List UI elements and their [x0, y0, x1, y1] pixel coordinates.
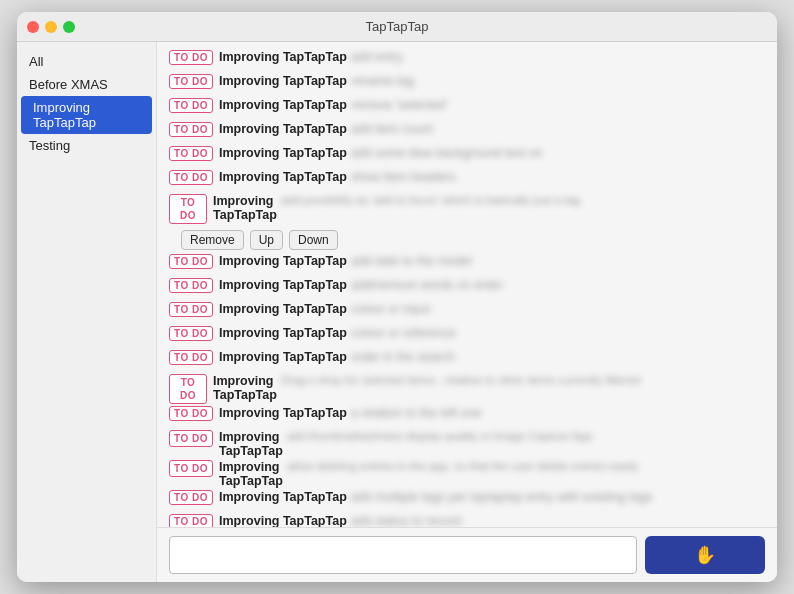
row-desc: add/remove words on enter [351, 278, 765, 292]
todo-badge: TO DO [169, 460, 213, 477]
content-area: All Before XMAS Improving TapTapTap Test… [17, 42, 777, 582]
row-desc: add entry [351, 50, 765, 64]
row-desc: allow deleting entries in the app, so th… [287, 460, 765, 472]
list-item[interactable]: TO DO Improving TapTapTap add some blue … [169, 146, 765, 168]
list-item[interactable]: TO DO Improving TapTapTap colour or inpu… [169, 302, 765, 324]
row-desc: add multiple tags per taptaptap entry wi… [351, 490, 765, 504]
row-desc: order in the search [351, 350, 765, 364]
row-desc: a relation to the left one [351, 406, 765, 420]
main-area: TO DO Improving TapTapTap add entry TO D… [157, 42, 777, 582]
list-item[interactable]: TODO ImprovingTapTapTap Drag n drop for … [169, 374, 765, 404]
todo-badge: TO DO [169, 254, 213, 269]
row-desc: add status to record [351, 514, 765, 527]
row-category: Improving TapTapTap [219, 406, 347, 420]
list-item[interactable]: TO DO Improving TapTapTap add entry [169, 50, 765, 72]
row-desc: add some blue background text on [351, 146, 765, 160]
row-category: Improving TapTapTap [219, 490, 347, 504]
row-category: ImprovingTapTapTap [213, 374, 277, 402]
todo-badge: TO DO [169, 490, 213, 505]
titlebar: TapTapTap [17, 12, 777, 42]
todo-badge: TO DO [169, 302, 213, 317]
controls-bar: Remove Up Down [169, 226, 765, 254]
list-item[interactable]: TO DO Improving TapTapTap add/remove wor… [169, 278, 765, 300]
row-desc: Drag n drop for selected items - relativ… [281, 374, 765, 386]
todo-badge: TODO [169, 194, 207, 224]
list-item[interactable]: TO DO Improving TapTapTap colour or refe… [169, 326, 765, 348]
list-item[interactable]: TO DO Improving TapTapTap a relation to … [169, 406, 765, 428]
row-content: ImprovingTapTapTap [219, 460, 287, 488]
todo-badge: TO DO [169, 326, 213, 341]
list-item[interactable]: TO DO Improving TapTapTap rename tag [169, 74, 765, 96]
window-title: TapTapTap [366, 19, 429, 34]
row-desc: remove 'selected' [351, 98, 765, 112]
todo-badge: TO DO [169, 50, 213, 65]
row-content: ImprovingTapTapTap [219, 430, 287, 458]
sidebar-item-improving[interactable]: Improving TapTapTap [21, 96, 152, 134]
todo-badge: TO DO [169, 146, 213, 161]
row-category: Improving TapTapTap [219, 74, 347, 88]
row-content: ImprovingTapTapTap [213, 194, 281, 222]
task-input[interactable] [169, 536, 637, 574]
list-item[interactable]: TO DO ImprovingTapTapTap allow deleting … [169, 460, 765, 488]
up-button[interactable]: Up [250, 230, 283, 250]
bottom-bar: ✋ [157, 527, 777, 582]
row-desc: add thumbnails/photos display quality in… [287, 430, 765, 442]
row-desc: add possibility as 'add to focus' which … [281, 194, 765, 206]
todo-badge: TO DO [169, 350, 213, 365]
row-category: ImprovingTapTapTap [219, 430, 283, 458]
minimize-button[interactable] [45, 21, 57, 33]
task-list: TO DO Improving TapTapTap add entry TO D… [157, 42, 777, 527]
row-category: Improving TapTapTap [219, 98, 347, 112]
todo-badge: TO DO [169, 278, 213, 293]
list-item[interactable]: TODO ImprovingTapTapTap add possibility … [169, 194, 765, 224]
row-category: Improving TapTapTap [219, 278, 347, 292]
sidebar-item-testing[interactable]: Testing [17, 134, 156, 157]
sidebar: All Before XMAS Improving TapTapTap Test… [17, 42, 157, 582]
row-desc: add item count [351, 122, 765, 136]
list-item[interactable]: TO DO Improving TapTapTap order in the s… [169, 350, 765, 372]
list-item[interactable]: TO DO Improving TapTapTap add multiple t… [169, 490, 765, 512]
row-category: ImprovingTapTapTap [219, 460, 283, 488]
row-category: Improving TapTapTap [219, 350, 347, 364]
todo-badge: TO DO [169, 170, 213, 185]
list-item[interactable]: TO DO Improving TapTapTap remove 'select… [169, 98, 765, 120]
list-item[interactable]: TO DO Improving TapTapTap add date to th… [169, 254, 765, 276]
row-category: Improving TapTapTap [219, 170, 347, 184]
close-button[interactable] [27, 21, 39, 33]
fullscreen-button[interactable] [63, 21, 75, 33]
todo-badge: TO DO [169, 514, 213, 527]
list-item[interactable]: TO DO Improving TapTapTap add status to … [169, 514, 765, 527]
todo-badge: TODO [169, 374, 207, 404]
hand-icon: ✋ [694, 544, 716, 566]
submit-button[interactable]: ✋ [645, 536, 765, 574]
row-category: ImprovingTapTapTap [213, 194, 277, 222]
row-category: Improving TapTapTap [219, 514, 347, 527]
down-button[interactable]: Down [289, 230, 338, 250]
sidebar-item-before-xmas[interactable]: Before XMAS [17, 73, 156, 96]
row-category: Improving TapTapTap [219, 254, 347, 268]
row-desc: show item headers [351, 170, 765, 184]
row-category: Improving TapTapTap [219, 146, 347, 160]
list-item[interactable]: TO DO Improving TapTapTap show item head… [169, 170, 765, 192]
row-category: Improving TapTapTap [219, 122, 347, 136]
row-category: Improving TapTapTap [219, 50, 347, 64]
row-category: Improving TapTapTap [219, 302, 347, 316]
row-category: Improving TapTapTap [219, 326, 347, 340]
row-content: ImprovingTapTapTap [213, 374, 281, 402]
row-desc: colour or reference [351, 326, 765, 340]
traffic-lights [27, 21, 75, 33]
todo-badge: TO DO [169, 98, 213, 113]
sidebar-item-all[interactable]: All [17, 50, 156, 73]
app-window: TapTapTap All Before XMAS Improving TapT… [17, 12, 777, 582]
row-desc: add date to the model [351, 254, 765, 268]
list-item[interactable]: TO DO ImprovingTapTapTap add thumbnails/… [169, 430, 765, 458]
todo-badge: TO DO [169, 74, 213, 89]
todo-badge: TO DO [169, 430, 213, 447]
todo-badge: TO DO [169, 406, 213, 421]
list-item[interactable]: TO DO Improving TapTapTap add item count [169, 122, 765, 144]
remove-button[interactable]: Remove [181, 230, 244, 250]
todo-badge: TO DO [169, 122, 213, 137]
row-desc: rename tag [351, 74, 765, 88]
row-desc: colour or input [351, 302, 765, 316]
